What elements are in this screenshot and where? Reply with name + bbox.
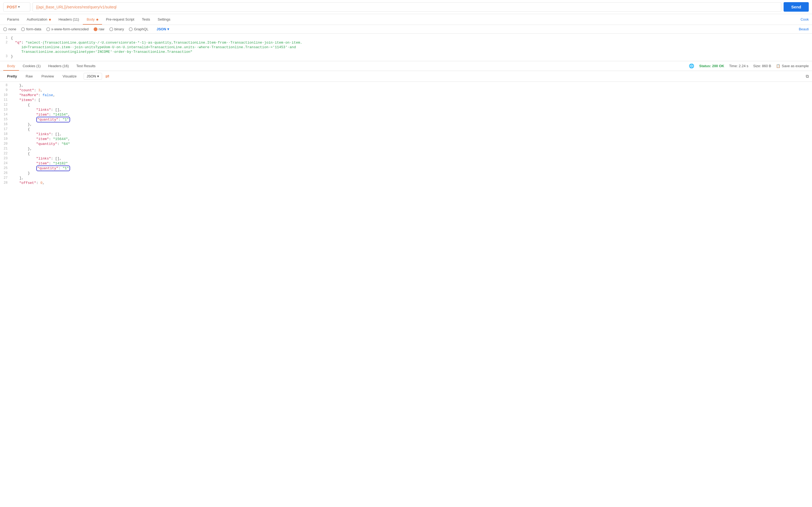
url-bar: POST ▾ Send [0, 0, 812, 14]
resp-line-25: 25 "quantity": "1" [0, 166, 812, 171]
resp-line-9: 9 "count": 3, [0, 88, 812, 93]
resp-line-20: 20 "quantity": "64" [0, 142, 812, 146]
resp-line-22: 22 { [0, 151, 812, 156]
resp-line-15: 15 "quantity": "1" [0, 117, 812, 122]
response-meta: 🌐 Status: 200 OK Time: 2.24 s Size: 860 … [689, 63, 809, 68]
tab-params[interactable]: Params [3, 14, 23, 25]
resp-line-13: 13 "links": [], [0, 107, 812, 112]
json-response-body: 8 }, 9 "count": 3, 10 "hasMore": false, … [0, 82, 812, 186]
save-as-example-button[interactable]: 📋 Save as example [776, 64, 809, 68]
resp-tab-headers[interactable]: Headers (16) [44, 61, 72, 71]
radio-graphql[interactable]: GraphQL [129, 27, 148, 31]
json-chevron-icon: ▾ [167, 27, 169, 31]
filter-icon[interactable]: ⇌ [105, 73, 109, 79]
tab-tests[interactable]: Tests [138, 14, 154, 25]
resp-line-17: 17 { [0, 127, 812, 132]
req-line-2: 2 "q": "select·(TransactionLine.quantity… [0, 40, 812, 45]
chevron-down-icon: ▾ [18, 5, 20, 9]
format-chevron-icon: ▾ [97, 74, 99, 78]
resp-tab-testresults[interactable]: Test Results [72, 61, 99, 71]
radio-none[interactable]: none [3, 27, 16, 31]
resp-line-12: 12 { [0, 102, 812, 107]
request-body-editor[interactable]: 1 { 2 "q": "select·(TransactionLine.quan… [0, 34, 812, 61]
status-ok: Status: 200 OK [699, 64, 724, 68]
highlight-quantity-1: "quantity": "1" [36, 117, 70, 122]
response-json-dropdown[interactable]: JSON ▾ [84, 73, 102, 79]
req-line-2c: Transactionline.accountinglinetype='INCO… [0, 50, 812, 54]
beautify-button[interactable]: Beauti [799, 27, 809, 31]
url-input[interactable] [33, 2, 782, 12]
resp-line-16: 16 }, [0, 122, 812, 127]
radio-circle-none [3, 27, 7, 31]
req-line-3: 3 } [0, 54, 812, 59]
request-tabs-row: Params Authorization Headers (11) Body P… [0, 14, 812, 25]
radio-circle-binary [109, 27, 113, 31]
globe-icon: 🌐 [689, 63, 694, 68]
copy-icon[interactable]: ⧉ [806, 74, 809, 79]
body-type-row: none form-data x-www-form-urlencoded raw… [0, 25, 812, 34]
resp-line-28: 28 "offset": 0, [0, 180, 812, 185]
tab-authorization[interactable]: Authorization [23, 14, 55, 25]
response-tabs-row: Body Cookies (1) Headers (16) Test Resul… [0, 61, 812, 71]
cook-link[interactable]: Cook [801, 17, 809, 21]
req-line-1: 1 { [0, 36, 812, 40]
resp-line-23: 23 "links": [], [0, 156, 812, 161]
radio-circle-raw [93, 27, 98, 31]
resp-tab-cookies[interactable]: Cookies (1) [19, 61, 44, 71]
resp-line-19: 19 "item": "15644", [0, 136, 812, 142]
tab-prerequest[interactable]: Pre-request Script [102, 14, 138, 25]
resp-line-26: 26 } [0, 171, 812, 175]
save-icon: 📋 [776, 64, 780, 68]
resp-line-24: 24 "item": "14182" [0, 161, 812, 166]
resp-line-10: 10 "hasMore": false, [0, 93, 812, 98]
response-size: Size: 860 B [753, 64, 771, 68]
send-button[interactable]: Send [784, 2, 809, 12]
radio-urlencoded[interactable]: x-www-form-urlencoded [46, 27, 89, 31]
resp-line-11: 11 "items": [ [0, 98, 812, 102]
highlight-quantity-2: "quantity": "1" [36, 166, 70, 171]
resp-line-21: 21 }, [0, 146, 812, 151]
req-line-2b: id=Transactionline.item··join·unitsTypeU… [0, 45, 812, 50]
method-select[interactable]: POST ▾ [3, 2, 30, 12]
resp-format-preview[interactable]: Preview [38, 72, 58, 80]
response-format-row: Pretty Raw Preview Visualize JSON ▾ ⇌ ⧉ [0, 71, 812, 82]
radio-raw[interactable]: raw [93, 27, 105, 31]
tab-headers[interactable]: Headers (11) [55, 14, 83, 25]
radio-circle-form-data [21, 27, 25, 31]
authorization-dot [49, 19, 51, 20]
resp-format-pretty[interactable]: Pretty [3, 72, 21, 80]
resp-line-14: 14 "item": "14154", [0, 112, 812, 117]
tab-body[interactable]: Body [83, 14, 102, 25]
body-dot [97, 19, 98, 20]
resp-line-8: 8 }, [0, 83, 812, 88]
tab-settings[interactable]: Settings [154, 14, 174, 25]
radio-form-data[interactable]: form-data [21, 27, 42, 31]
resp-tab-body[interactable]: Body [3, 61, 19, 71]
method-label: POST [7, 5, 17, 9]
json-format-dropdown[interactable]: JSON ▾ [157, 27, 169, 31]
resp-format-visualize[interactable]: Visualize [59, 72, 80, 80]
response-time: Time: 2.24 s [729, 64, 748, 68]
radio-binary[interactable]: binary [109, 27, 124, 31]
radio-circle-urlencoded [46, 27, 50, 31]
resp-line-18: 18 "links": [], [0, 132, 812, 136]
radio-circle-graphql [129, 27, 133, 31]
resp-format-raw[interactable]: Raw [22, 72, 37, 80]
resp-line-27: 27 ], [0, 175, 812, 180]
